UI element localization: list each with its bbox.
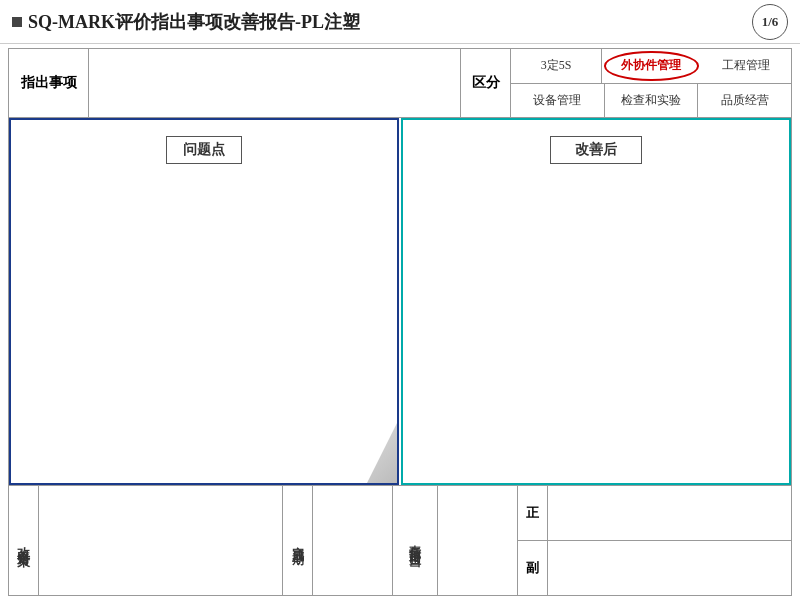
header-icon xyxy=(12,17,22,27)
cat-3ding5s[interactable]: 3定5S xyxy=(511,49,602,83)
gaishance-label: 改善对策 xyxy=(9,486,39,595)
cat-gongcheng[interactable]: 工程管理 xyxy=(701,49,791,83)
page-title: SQ-MARK评价指出事项改善报告-PL注塑 xyxy=(12,10,360,34)
wancheng-label: 完成日期 xyxy=(283,486,313,595)
improvement-panel: 改善后 xyxy=(401,118,791,485)
fu-label: 副 xyxy=(518,541,547,595)
middle-row: 问题点 改善后 xyxy=(8,118,792,486)
zhichushixiang-label: 指出事项 xyxy=(9,49,89,117)
qufen-label: 区分 xyxy=(461,49,511,117)
fu-sign-area[interactable] xyxy=(548,541,791,595)
categories-bottom-row: 设备管理 检查和实验 品质经营 xyxy=(511,84,791,118)
bottom-row: 改善对策 完成日期 责任部门担当 正 副 xyxy=(8,486,792,596)
cat-pinzhi[interactable]: 品质经营 xyxy=(698,84,791,118)
problem-label: 问题点 xyxy=(166,136,242,164)
zerenbumen-content[interactable] xyxy=(438,486,518,595)
cat-waixiejie[interactable]: 外协件管理 xyxy=(604,51,698,81)
right-sign-columns xyxy=(548,486,791,595)
categories-top-row: 3定5S 外协件管理 工程管理 xyxy=(511,49,791,84)
cat-shebei[interactable]: 设备管理 xyxy=(511,84,605,118)
header: SQ-MARK评价指出事项改善报告-PL注塑 1/6 xyxy=(0,0,800,44)
top-row: 指出事项 区分 3定5S 外协件管理 工程管理 设备管理 xyxy=(8,48,792,118)
wancheng-content[interactable] xyxy=(313,486,393,595)
zheng-label: 正 xyxy=(518,486,547,541)
zhengfu-column: 正 副 xyxy=(518,486,548,595)
categories-grid: 3定5S 外协件管理 工程管理 设备管理 检查和实验 品质经营 xyxy=(511,49,791,117)
fold-decoration xyxy=(367,423,397,483)
zerenbumen-label: 责任部门担当 xyxy=(393,486,438,595)
gaishance-content[interactable] xyxy=(39,486,283,595)
title-text: SQ-MARK评价指出事项改善报告-PL注塑 xyxy=(28,10,360,34)
zhichushixiang-content[interactable] xyxy=(89,49,461,117)
cat-jiancha[interactable]: 检查和实验 xyxy=(605,84,699,118)
problem-panel: 问题点 xyxy=(9,118,399,485)
zheng-sign-area[interactable] xyxy=(548,486,791,541)
main-content: 指出事项 区分 3定5S 外协件管理 工程管理 设备管理 xyxy=(0,44,800,600)
page-badge: 1/6 xyxy=(752,4,788,40)
improvement-label: 改善后 xyxy=(550,136,642,164)
